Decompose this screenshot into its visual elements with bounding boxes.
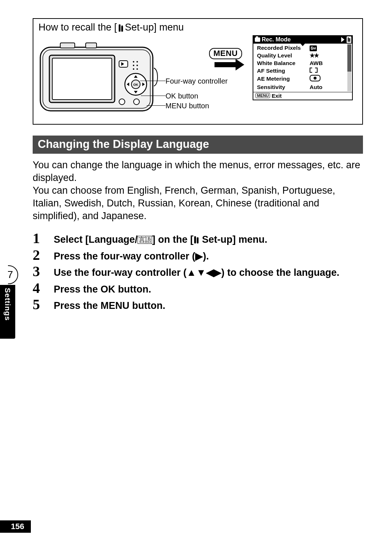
screen-row: White BalanceAWB <box>257 60 352 67</box>
section-heading: Changing the Display Language <box>33 136 363 154</box>
step: 1Select [Language/言語] on the [ Set-up] m… <box>33 231 363 246</box>
screen-footer: MENU Exit <box>253 92 352 100</box>
af-area-icon <box>310 68 318 73</box>
step-number: 2 <box>33 248 44 262</box>
svg-point-21 <box>119 99 125 105</box>
scrollbar <box>347 44 351 91</box>
menu-chip: MENU <box>256 93 270 98</box>
screen-row-value <box>310 75 352 84</box>
arrow-right-icon <box>215 62 236 67</box>
svg-point-10 <box>133 65 134 66</box>
screen-row: AE Metering <box>257 75 352 84</box>
label-menu: MENU button <box>166 102 209 110</box>
svg-rect-2 <box>60 43 75 48</box>
step-text: Use the four-way controller (▲▼◀▶) to ch… <box>54 264 339 279</box>
screen-row-value: 6M <box>310 44 352 52</box>
screen-header-title: Rec. Mode <box>262 36 291 43</box>
recall-setup-box: How to recall the [ Set-up] menu <box>33 18 363 125</box>
svg-point-8 <box>133 61 134 63</box>
step-text: Press the OK button. <box>54 281 151 296</box>
tools-tab <box>347 36 351 43</box>
page-number: 156 <box>0 520 31 533</box>
triangle-right-icon <box>341 37 344 42</box>
label-ok: OK button <box>166 92 198 100</box>
svg-text:OK: OK <box>133 83 138 86</box>
recall-title-post: Set-up] menu <box>125 22 184 33</box>
step: 5Press the MENU button. <box>33 297 363 312</box>
svg-rect-3 <box>86 43 97 48</box>
menu-arrow-group: MENU <box>209 48 242 67</box>
svg-point-13 <box>136 68 138 70</box>
tools-icon <box>119 24 123 32</box>
camera-labels: Four-way controller OK button MENU butto… <box>166 77 228 110</box>
screen-row: Quality Level★★ <box>257 52 352 60</box>
screen-body: Recorded Pixels6MQuality Level★★White Ba… <box>253 44 352 92</box>
recall-title: How to recall the [ Set-up] menu <box>38 22 357 33</box>
camera-svg: OK <box>38 41 158 117</box>
screen-row: AF Setting <box>257 67 352 75</box>
svg-point-12 <box>133 68 134 70</box>
language-glyph: 言語 <box>138 236 152 244</box>
step: 3Use the four-way controller (▲▼◀▶) to c… <box>33 264 363 279</box>
screen-row-value: Auto <box>310 84 352 91</box>
rec-mode-screen: Rec. Mode Recorded Pixels6MQuality Level… <box>253 35 353 100</box>
step-text: Press the MENU button. <box>54 297 166 312</box>
step: 4Press the OK button. <box>33 281 363 296</box>
screen-header: Rec. Mode <box>253 36 352 44</box>
step-number: 5 <box>33 297 44 312</box>
page-content: How to recall the [ Set-up] menu <box>33 18 363 314</box>
chapter-label: Settings <box>0 285 15 339</box>
ae-metering-icon <box>310 75 320 81</box>
screen-row-value: AWB <box>310 60 352 67</box>
screen-row-key: Quality Level <box>257 52 310 60</box>
svg-point-9 <box>136 61 138 63</box>
steps-list: 1Select [Language/言語] on the [ Set-up] m… <box>33 231 363 312</box>
step-number: 1 <box>33 231 44 246</box>
chevron-down-icon <box>300 43 305 46</box>
camera-icon <box>255 37 260 42</box>
screen-row-key: Sensitivity <box>257 84 310 91</box>
svg-point-22 <box>134 99 139 105</box>
screen-footer-text: Exit <box>271 93 282 99</box>
step-number: 3 <box>33 264 44 279</box>
screen-row-value: ★★ <box>310 52 352 60</box>
step-text: Press the four-way controller (▶). <box>54 248 209 263</box>
tools-icon <box>348 37 350 42</box>
menu-badge: MENU <box>209 48 242 59</box>
recall-body: OK Four-way controller <box>38 35 357 113</box>
screen-row-key: White Balance <box>257 60 310 67</box>
svg-rect-5 <box>52 58 112 100</box>
screen-row-key: AE Metering <box>257 75 310 83</box>
screen-row-value <box>310 67 352 75</box>
chapter-number-circle: 7 <box>0 265 18 284</box>
step-number: 4 <box>33 281 44 295</box>
screen-row: SensitivityAuto <box>257 84 352 91</box>
intro-text: You can change the language in which the… <box>33 159 363 222</box>
screen-row-key: AF Setting <box>257 67 310 75</box>
step: 2Press the four-way controller (▶). <box>33 248 363 263</box>
tools-icon <box>194 236 199 243</box>
svg-point-11 <box>136 65 138 66</box>
recall-title-pre: How to recall the [ <box>38 22 117 33</box>
side-tab: 7 Settings <box>0 265 20 338</box>
step-text: Select [Language/言語] on the [ Set-up] me… <box>54 231 268 246</box>
label-fourway: Four-way controller <box>166 77 228 85</box>
